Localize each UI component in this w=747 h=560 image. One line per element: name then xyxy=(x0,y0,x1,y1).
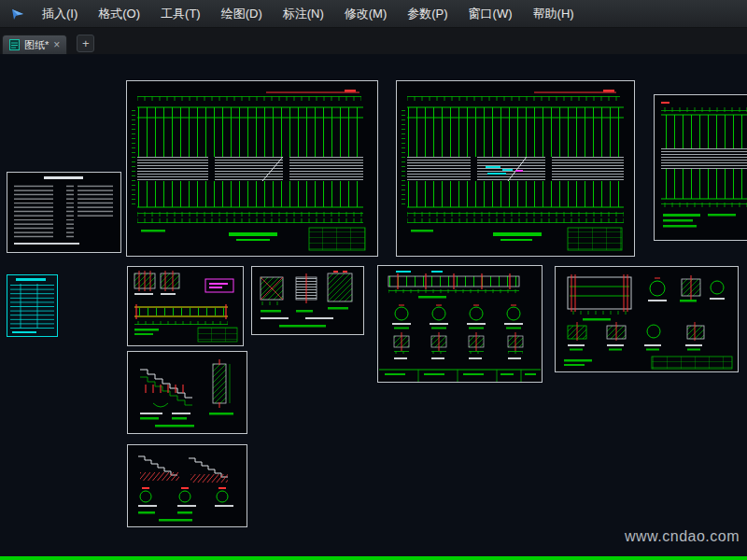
document-tabbar: 图纸* × + xyxy=(0,28,747,54)
app-logo-icon[interactable] xyxy=(7,4,28,24)
menu-item-format[interactable]: 格式(O) xyxy=(88,0,150,27)
sheet-beam-details[interactable] xyxy=(128,267,244,346)
cad-application-window: 插入(I) 格式(O) 工具(T) 绘图(D) 标注(N) 修改(M) 参数(P… xyxy=(0,0,747,560)
menu-item-modify[interactable]: 修改(M) xyxy=(334,0,398,27)
menu-item-draw[interactable]: 绘图(D) xyxy=(211,0,273,27)
cad-sheets-layer xyxy=(0,54,747,556)
menu-item-insert[interactable]: 插入(I) xyxy=(32,0,88,27)
new-tab-button[interactable]: + xyxy=(77,35,94,52)
sheet-node-details[interactable] xyxy=(556,267,739,372)
menu-item-dimension[interactable]: 标注(N) xyxy=(273,0,334,27)
drawing-canvas[interactable]: www.cndao.com xyxy=(0,54,747,556)
sheet-stair-detail-2[interactable] xyxy=(128,445,247,527)
menu-item-tools[interactable]: 工具(T) xyxy=(150,0,211,27)
close-icon[interactable]: × xyxy=(53,39,60,50)
menu-item-window[interactable]: 窗口(W) xyxy=(458,0,523,27)
sheet-framing-plan-partial[interactable] xyxy=(655,95,747,241)
window-border-bottom xyxy=(0,556,747,560)
sheet-roof-framing-plan-1[interactable] xyxy=(127,81,378,257)
tab-label: 图纸* xyxy=(24,38,49,52)
sheet-general-notes[interactable] xyxy=(7,173,121,253)
menu-item-help[interactable]: 帮助(H) xyxy=(523,0,585,27)
watermark: www.cndao.com xyxy=(625,528,740,545)
drawing-file-icon xyxy=(9,39,20,50)
sheet-connection-details[interactable] xyxy=(378,266,543,383)
sheet-roof-framing-plan-2[interactable] xyxy=(397,81,635,257)
sheet-column-details[interactable] xyxy=(252,267,364,335)
menubar: 插入(I) 格式(O) 工具(T) 绘图(D) 标注(N) 修改(M) 参数(P… xyxy=(0,0,747,28)
drawing-tab-active[interactable]: 图纸* × xyxy=(2,35,67,54)
sheet-schedule-table[interactable] xyxy=(7,275,58,337)
sheet-stair-detail-1[interactable] xyxy=(128,352,247,434)
menu-item-parametric[interactable]: 参数(P) xyxy=(397,0,458,27)
